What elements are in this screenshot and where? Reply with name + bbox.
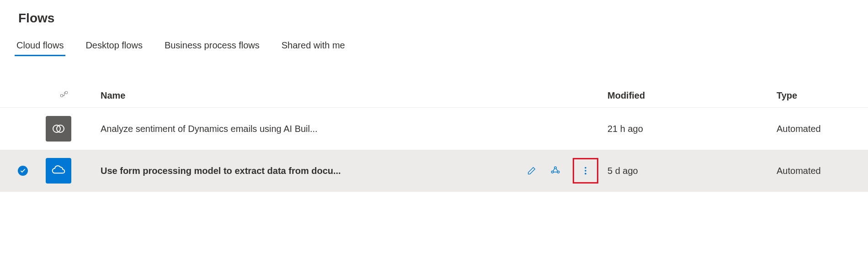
edit-icon[interactable] (525, 164, 538, 177)
more-actions-button[interactable] (573, 158, 598, 184)
svg-point-4 (554, 167, 557, 169)
column-name[interactable]: Name (101, 90, 125, 100)
flow-type-icon (46, 90, 82, 101)
modified-value: 5 d ago (607, 166, 638, 176)
type-value: Automated (777, 166, 821, 176)
dynamics-icon (46, 116, 71, 142)
svg-rect-0 (61, 94, 63, 97)
tab-cloud-flows[interactable]: Cloud flows (15, 37, 65, 56)
onedrive-icon (46, 158, 71, 184)
type-value: Automated (777, 124, 821, 134)
table-row[interactable]: Analyze sentiment of Dynamics emails usi… (0, 108, 868, 150)
tab-shared-with-me[interactable]: Shared with me (280, 37, 347, 56)
svg-point-9 (585, 173, 586, 175)
column-modified[interactable]: Modified (607, 90, 645, 100)
table-header: Name Modified Type (0, 84, 868, 108)
modified-value: 21 h ago (607, 124, 643, 134)
flow-name[interactable]: Use form processing model to extract dat… (101, 166, 341, 176)
row-checkbox[interactable] (18, 123, 28, 133)
tab-desktop-flows[interactable]: Desktop flows (84, 37, 144, 56)
share-icon[interactable] (549, 164, 562, 177)
svg-rect-1 (65, 91, 68, 94)
page-title: Flows (0, 0, 868, 33)
flows-table: Name Modified Type Analyze sentiment of … (0, 84, 868, 192)
svg-point-7 (585, 167, 586, 169)
svg-point-6 (557, 171, 559, 173)
flow-name[interactable]: Analyze sentiment of Dynamics emails usi… (101, 124, 318, 134)
tab-business-process-flows[interactable]: Business process flows (163, 37, 261, 56)
table-row[interactable]: Use form processing model to extract dat… (0, 150, 868, 192)
tabs: Cloud flows Desktop flows Business proce… (0, 33, 868, 56)
column-type[interactable]: Type (777, 90, 797, 100)
svg-point-8 (585, 170, 586, 172)
row-checkbox[interactable] (18, 166, 28, 176)
svg-point-5 (551, 171, 554, 173)
